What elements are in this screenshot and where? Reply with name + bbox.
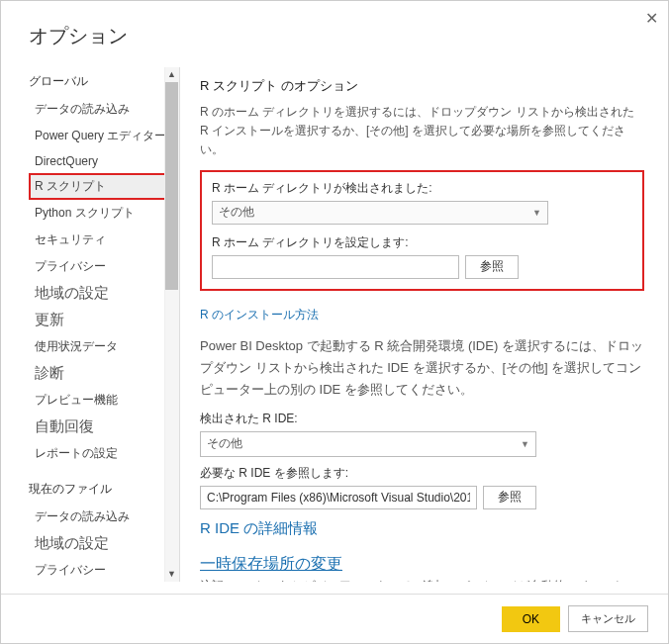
r-home-select[interactable]: その他 ▼ bbox=[212, 201, 548, 225]
ide-description: Power BI Desktop で起動する R 統合開発環境 (IDE) を選… bbox=[200, 335, 644, 401]
sidebar-item-data-load[interactable]: データの読み込み bbox=[29, 96, 179, 123]
sidebar-item-python-script[interactable]: Python スクリプト bbox=[29, 200, 179, 227]
content-heading: R スクリプト のオプション bbox=[200, 77, 644, 95]
temp-location-link[interactable]: 一時保存場所の変更 bbox=[200, 554, 342, 575]
sidebar-item-file-data-load[interactable]: データの読み込み bbox=[29, 504, 179, 530]
scroll-up-icon[interactable]: ▲ bbox=[164, 67, 179, 82]
r-home-select-value: その他 bbox=[219, 204, 254, 221]
ide-path-input[interactable] bbox=[200, 486, 477, 509]
sidebar-item-directquery[interactable]: DirectQuery bbox=[29, 149, 179, 173]
r-home-highlight: R ホーム ディレクトリが検出されました: その他 ▼ R ホーム ディレクトリ… bbox=[200, 170, 644, 291]
sidebar-item-privacy[interactable]: プライバシー bbox=[29, 253, 179, 280]
sidebar-item-preview[interactable]: プレビュー機能 bbox=[29, 387, 179, 414]
content-panel: R スクリプト のオプション R のホーム ディレクトリを選択するには、ドロップ… bbox=[179, 67, 668, 582]
sidebar-item-power-query[interactable]: Power Query エディター bbox=[29, 123, 179, 149]
scroll-down-icon[interactable]: ▼ bbox=[164, 567, 179, 582]
r-home-set-label: R ホーム ディレクトリを設定します: bbox=[212, 234, 632, 251]
cancel-button[interactable]: キャンセル bbox=[568, 605, 648, 632]
ok-button[interactable]: OK bbox=[502, 606, 560, 632]
ide-select-value: その他 bbox=[207, 435, 242, 452]
sidebar-item-usage-data[interactable]: 使用状況データ bbox=[29, 333, 179, 360]
r-install-link[interactable]: R のインストール方法 bbox=[200, 307, 319, 323]
ide-info-link[interactable]: R IDE の詳細情報 bbox=[200, 519, 318, 538]
sidebar-item-diagnostics[interactable]: 診断 bbox=[29, 360, 179, 387]
dialog-footer: OK キャンセル bbox=[1, 594, 668, 643]
close-button[interactable]: ✕ bbox=[645, 9, 658, 28]
sidebar-item-file-privacy[interactable]: プライバシー bbox=[29, 557, 179, 582]
chevron-down-icon: ▼ bbox=[532, 208, 541, 218]
sidebar-item-file-regional[interactable]: 地域の設定 bbox=[29, 530, 179, 557]
sidebar-item-regional[interactable]: 地域の設定 bbox=[29, 280, 179, 307]
sidebar-item-update[interactable]: 更新 bbox=[29, 307, 179, 333]
r-home-detected-label: R ホーム ディレクトリが検出されました: bbox=[212, 180, 632, 197]
scroll-thumb[interactable] bbox=[165, 82, 178, 290]
ide-detected-label: 検出された R IDE: bbox=[200, 411, 644, 427]
r-home-browse-button[interactable]: 参照 bbox=[465, 255, 519, 279]
sidebar-scrollbar[interactable]: ▲ ▼ bbox=[164, 67, 179, 582]
sidebar-item-security[interactable]: セキュリティ bbox=[29, 227, 179, 253]
dialog-title: オプション bbox=[1, 1, 668, 67]
temp-note: 注記: R のカスタム ビジュアルによって、追加のパッケージが自動的にインストー… bbox=[200, 577, 644, 582]
content-description: R のホーム ディレクトリを選択するには、ドロップダウン リストから検出された … bbox=[200, 103, 644, 160]
sidebar-item-report-settings[interactable]: レポートの設定 bbox=[29, 440, 179, 467]
sidebar-item-autorecover[interactable]: 自動回復 bbox=[29, 414, 179, 440]
sidebar-section-global: グローバル bbox=[29, 73, 179, 90]
r-home-input[interactable] bbox=[212, 255, 459, 279]
ide-required-label: 必要な R IDE を参照します: bbox=[200, 465, 644, 482]
sidebar-section-current-file: 現在のファイル bbox=[29, 481, 179, 498]
sidebar: グローバル データの読み込み Power Query エディター DirectQ… bbox=[1, 67, 179, 582]
ide-select[interactable]: その他 ▼ bbox=[200, 431, 536, 457]
sidebar-item-r-script[interactable]: R スクリプト bbox=[29, 173, 179, 200]
ide-browse-button[interactable]: 参照 bbox=[483, 486, 536, 509]
chevron-down-icon: ▼ bbox=[521, 439, 529, 449]
